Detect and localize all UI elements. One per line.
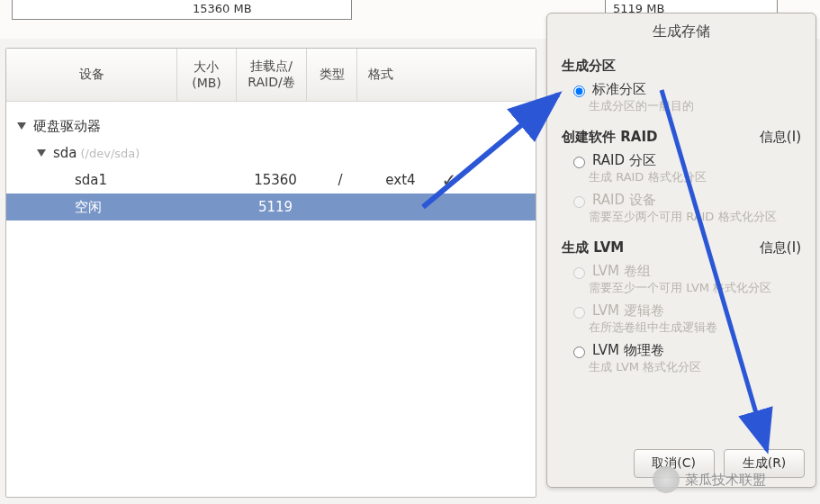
radio-lvm-lv: LVM 逻辑卷 xyxy=(562,300,801,320)
watermark-avatar-icon xyxy=(653,466,680,493)
radio-standard-partition[interactable]: 标准分区 xyxy=(562,78,801,98)
section-lvm: 生成 LVM xyxy=(562,239,624,256)
check-icon: ✓ xyxy=(426,169,473,191)
radio-lvm-pv-desc: 生成 LVM 格式化分区 xyxy=(562,359,801,379)
table-body: 硬盘驱动器 sda (/dev/sda) sda1 15360 / ext4 ✓… xyxy=(6,102,536,220)
lvm-info-link[interactable]: 信息(I) xyxy=(760,239,801,256)
col-size[interactable]: 大小 (MB) xyxy=(177,49,237,101)
radio-input-raid-part[interactable] xyxy=(573,157,585,168)
radio-lvm-vg-label: LVM 卷组 xyxy=(592,263,651,280)
raid-info-link[interactable]: 信息(I) xyxy=(760,129,801,146)
radio-lvm-vg: LVM 卷组 xyxy=(562,260,801,280)
row-free-space[interactable]: 空闲 5119 xyxy=(6,194,536,220)
row-sda[interactable]: sda (/dev/sda) xyxy=(6,140,536,166)
radio-raid-dev-desc: 需要至少两个可用 RAID 格式化分区 xyxy=(562,209,801,229)
disk-left-size: 15360 MB xyxy=(193,2,252,15)
sda1-type: ext4 xyxy=(375,172,426,188)
table-header-row: 设备 大小 (MB) 挂载点/ RAID/卷 类型 格式 xyxy=(6,49,536,102)
radio-input-lvm-vg xyxy=(573,267,585,279)
radio-raid-partition[interactable]: RAID 分区 xyxy=(562,149,801,169)
radio-lvm-pv-label: LVM 物理卷 xyxy=(592,342,664,359)
col-mount[interactable]: 挂载点/ RAID/卷 xyxy=(237,49,307,101)
radio-input-raid-dev xyxy=(573,196,585,208)
radio-raid-part-label: RAID 分区 xyxy=(592,152,656,169)
expand-icon[interactable] xyxy=(37,149,46,157)
radio-input-lvm-lv xyxy=(573,307,585,319)
disk-summary-box-left: 15360 MB xyxy=(12,0,352,20)
create-storage-dialog: 生成存储 生成分区 标准分区 生成分区的一般目的 创建软件 RAID 信息(I)… xyxy=(546,13,816,488)
watermark: 菜瓜技术联盟 xyxy=(653,466,766,493)
col-format[interactable]: 格式 xyxy=(357,49,404,101)
dialog-title: 生成存储 xyxy=(547,14,815,50)
radio-input-standard[interactable] xyxy=(573,86,585,97)
section-raid: 创建软件 RAID xyxy=(562,129,657,146)
sda1-label: sda1 xyxy=(75,172,107,188)
radio-standard-label: 标准分区 xyxy=(592,81,646,98)
radio-lvm-vg-desc: 需要至少一个可用 LVM 格式化分区 xyxy=(562,280,801,300)
watermark-text: 菜瓜技术联盟 xyxy=(685,472,766,489)
row-hdd-group[interactable]: 硬盘驱动器 xyxy=(6,112,536,140)
partition-table-panel: 设备 大小 (MB) 挂载点/ RAID/卷 类型 格式 硬盘驱动器 sda (… xyxy=(5,48,536,498)
sda1-mount: / xyxy=(305,172,375,188)
expand-icon[interactable] xyxy=(17,122,26,130)
section-partition: 生成分区 xyxy=(562,58,616,75)
radio-raid-dev-label: RAID 设备 xyxy=(592,192,656,209)
radio-lvm-lv-desc: 在所选卷组中生成逻辑卷 xyxy=(562,320,801,339)
col-type[interactable]: 类型 xyxy=(307,49,357,101)
sda-path: (/dev/sda) xyxy=(81,147,140,160)
radio-standard-desc: 生成分区的一般目的 xyxy=(562,98,801,118)
radio-raid-part-desc: 生成 RAID 格式化分区 xyxy=(562,169,801,189)
radio-raid-device: RAID 设备 xyxy=(562,189,801,209)
sda1-size: 15360 xyxy=(246,172,305,188)
sda-label: sda xyxy=(53,145,77,161)
hdd-group-label: 硬盘驱动器 xyxy=(33,118,101,135)
row-sda1[interactable]: sda1 15360 / ext4 ✓ xyxy=(6,166,536,194)
radio-input-lvm-pv[interactable] xyxy=(573,346,585,358)
radio-lvm-pv[interactable]: LVM 物理卷 xyxy=(562,339,801,359)
free-size: 5119 xyxy=(246,199,305,215)
radio-lvm-lv-label: LVM 逻辑卷 xyxy=(592,302,664,320)
col-device[interactable]: 设备 xyxy=(6,49,177,101)
free-label: 空闲 xyxy=(75,199,102,216)
